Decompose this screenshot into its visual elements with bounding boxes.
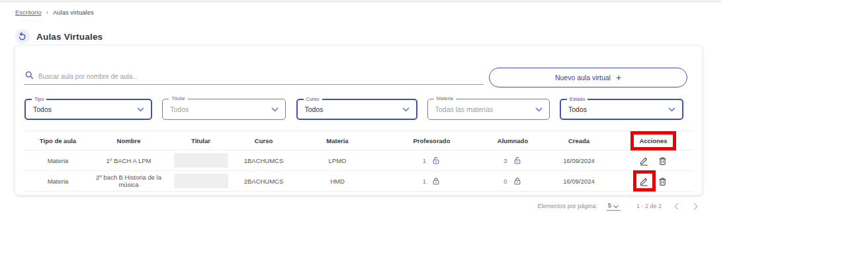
column-header-materia: Materia [292,137,383,144]
plus-icon: + [616,73,621,82]
breadcrumb-link-escritorio[interactable]: Escritorio [15,9,42,16]
cell-alumnado: 0 [480,176,545,186]
redacted-titular [174,174,228,188]
filter-titular[interactable]: Titular Todos [162,99,286,120]
column-header-alumnado: Alumnado [480,137,545,144]
table-row: Materia 1º BACH A LPM 1BACHUMCS LPMO 1 3 [24,150,694,171]
column-header-titular: Titular [166,137,236,144]
cell-materia: LPMO [292,157,383,164]
cell-creada: 16/09/2024 [545,178,613,185]
page-range-label: 1 - 2 de 2 [636,203,662,209]
chevron-down-icon [613,205,619,209]
filter-estado-label: Estado [567,96,587,102]
cell-titular [166,153,236,168]
cell-acciones [613,175,694,187]
items-per-page-label: Elementos por página: [538,203,597,209]
redacted-titular [174,153,228,168]
search-input[interactable] [38,73,484,80]
edit-button[interactable] [638,175,650,187]
cell-curso: 2BACHUMCS [236,178,292,185]
table-header-row: Tipo de aula Nombre Titular Curso Materi… [24,131,694,150]
cell-curso: 1BACHUMCS [236,157,292,164]
cell-acciones [613,154,694,166]
column-header-profesorado: Profesorado [383,137,480,144]
filters-row: Tipo Todos Titular Todos Curso Todos Mat… [24,99,683,120]
cell-materia: HMD [292,178,383,185]
table-row: Materia 2º bach B Historia de la música … [24,171,694,192]
cell-profesorado: 1 [383,176,480,186]
content-card: Nuevo aula virtual + Tipo Todos Titular … [15,45,703,195]
chevron-down-icon [535,107,542,112]
filter-materia-value: Todas las materias [435,105,494,113]
chevron-right-icon [693,203,699,210]
paginator: Elementos por página: 5 1 - 2 de 2 [538,199,701,213]
chevron-down-icon [668,107,675,112]
cell-titular [166,174,236,188]
filter-curso-label: Curso [304,96,322,102]
filter-estado[interactable]: Estado Todos [560,99,683,120]
topbar-divider [0,0,721,2]
chevron-left-icon [673,203,679,210]
cell-tipo: Materia [24,157,91,164]
edit-button[interactable] [638,154,650,166]
previous-page-button[interactable] [671,201,681,211]
cell-nombre: 1º BACH A LPM [91,157,166,164]
items-per-page-value: 5 [608,201,611,209]
trash-icon [658,176,668,186]
chevron-down-icon [137,107,144,112]
filter-titular-value: Todos [170,105,189,113]
title-row: Aulas Virtuales [15,29,103,44]
lock-open-icon [513,156,522,165]
filter-tipo-label: Tipo [32,96,46,102]
page: Escritorio › Aulas virtuales Aulas Virtu… [0,0,868,277]
items-per-page-select[interactable]: 5 [607,201,621,211]
breadcrumb-current: Aulas virtuales [53,9,94,16]
chevron-down-icon [271,107,279,112]
breadcrumb-separator-icon: › [46,9,48,16]
search-field [24,62,484,85]
cell-tipo: Materia [24,178,91,185]
cell-profesorado: 1 [383,156,480,165]
delete-button[interactable] [657,175,669,187]
lock-closed-icon [431,176,441,186]
chevron-down-icon [402,107,410,112]
column-header-tipo-de-aula: Tipo de aula [24,137,91,144]
back-button[interactable] [15,29,30,44]
lock-closed-icon [513,176,522,186]
cell-creada: 16/09/2024 [545,157,613,164]
filter-estado-value: Todos [568,105,587,113]
new-aula-virtual-label: Nuevo aula virtual [555,74,611,82]
new-aula-virtual-button[interactable]: Nuevo aula virtual + [489,68,687,87]
undo-arrow-icon [18,32,27,41]
column-header-nombre: Nombre [91,137,166,144]
next-page-button[interactable] [691,201,701,211]
pencil-icon [639,156,649,166]
column-header-creada: Creada [545,137,613,144]
column-header-curso: Curso [236,137,292,144]
lock-open-icon [431,156,441,165]
filter-materia[interactable]: Materia Todas las materias [427,99,550,120]
breadcrumb: Escritorio › Aulas virtuales [15,9,94,16]
column-header-acciones: Acciones [613,137,694,144]
filter-curso[interactable]: Curso Todos [296,99,417,120]
delete-button[interactable] [657,154,669,166]
filter-materia-label: Materia [434,95,456,101]
filter-titular-label: Titular [169,95,188,101]
pencil-icon [639,176,649,186]
filter-curso-value: Todos [305,105,324,113]
filter-tipo[interactable]: Tipo Todos [24,99,152,120]
cell-alumnado: 3 [480,156,545,165]
trash-icon [658,156,668,166]
search-icon [24,70,34,80]
page-title: Aulas Virtuales [36,32,103,42]
filter-tipo-value: Todos [33,105,52,113]
aulas-table: Tipo de aula Nombre Titular Curso Materi… [24,131,694,192]
cell-nombre: 2º bach B Historia de la música [91,174,166,188]
